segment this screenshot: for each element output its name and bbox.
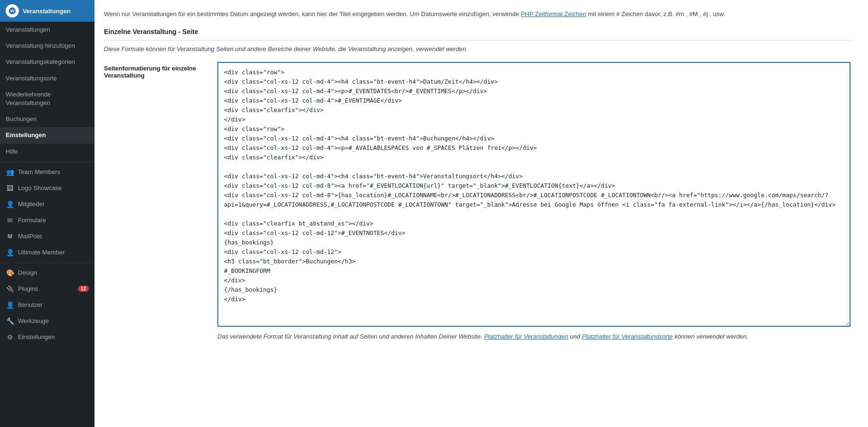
- sidebar-item-label: Plugins: [18, 285, 38, 292]
- mitglieder-icon: 👤: [6, 200, 14, 209]
- sidebar-item-werkzeuge[interactable]: 🔧 Werkzeuge: [0, 313, 95, 329]
- formulare-icon: ✉: [6, 216, 14, 225]
- team-members-icon: 👥: [6, 168, 14, 176]
- section-description: Diese Formate können für Veranstaltung S…: [104, 44, 851, 54]
- sidebar-item-label: Mitglieder: [18, 200, 44, 208]
- sidebar-item-hilfe[interactable]: Hilfe: [0, 144, 95, 160]
- einstellungen-icon: ⚙: [6, 333, 14, 341]
- sidebar-item-label: Einstellungen: [6, 131, 46, 139]
- section-title: Einzelne Veranstaltung - Seite: [104, 28, 851, 41]
- mailpoet-icon: M: [6, 232, 14, 241]
- sidebar-item-label: Team Members: [18, 168, 60, 175]
- sidebar-item-label: Formulare: [18, 217, 46, 224]
- sidebar-item-logo-showcase[interactable]: 🖼 Logo Showcase: [0, 180, 95, 196]
- sidebar-item-label: Veranstaltungen: [6, 26, 50, 34]
- sidebar-divider-2: [0, 262, 95, 263]
- plugins-icon: 🔌: [6, 285, 14, 293]
- sidebar-item-veranstaltungen[interactable]: Veranstaltungen: [0, 22, 95, 38]
- sidebar-item-mitglieder[interactable]: 👤 Mitglieder: [0, 196, 95, 212]
- sidebar-item-kategorien[interactable]: Veranstaltungskategorien: [0, 54, 95, 70]
- sidebar-item-team-members[interactable]: 👥 Team Members: [0, 164, 95, 180]
- sidebar-item-benutzer[interactable]: 👤 Benutzer: [0, 297, 95, 313]
- sidebar-item-label: Buchungen: [6, 115, 37, 123]
- sidebar-item-label: Logo Showcase: [18, 184, 62, 192]
- code-textarea[interactable]: [217, 62, 851, 327]
- sidebar-item-formulare[interactable]: ✉ Formulare: [0, 212, 95, 228]
- sidebar-item-label: Werkzeuge: [18, 317, 49, 324]
- sidebar-item-design[interactable]: 🎨 Design: [0, 265, 95, 281]
- placeholder-veranstaltungen-link[interactable]: Platzhalter für Veranstaltungen: [484, 333, 568, 340]
- placeholder-veranstaltungsorte-link[interactable]: Platzhalter für Veranstaltungsorte: [582, 333, 672, 340]
- sidebar-item-label: Wiederkehrende Veranstaltungen: [6, 90, 89, 107]
- sidebar-item-einstellungen2[interactable]: ⚙ Einstellungen: [0, 329, 95, 345]
- sidebar-item-hinzufuegen[interactable]: Veranstaltung hinzufügen: [0, 38, 95, 54]
- sidebar-item-label: Veranstaltungsorte: [6, 74, 57, 83]
- form-row: Seitenformatierung für einzelne Veransta…: [104, 62, 851, 341]
- sidebar-divider-1: [0, 162, 95, 162]
- wp-logo-icon: W: [6, 4, 19, 17]
- sidebar-item-label: Design: [18, 269, 37, 276]
- form-label: Seitenformatierung für einzelne Veransta…: [104, 62, 208, 79]
- sidebar-header: W Veranstaltungen: [0, 0, 95, 22]
- sidebar-item-einstellungen[interactable]: Einstellungen: [0, 127, 95, 143]
- top-note: Wenn nur Veranstaltungen für ein bestimm…: [104, 9, 851, 19]
- sidebar-item-buchungen[interactable]: Buchungen: [0, 111, 95, 127]
- sidebar-item-mailpoet[interactable]: M MailPoet: [0, 228, 95, 244]
- sidebar-item-ultimate-member[interactable]: 👤 Ultimate Member: [0, 244, 95, 261]
- design-icon: 🎨: [6, 269, 14, 277]
- sidebar: W Veranstaltungen Veranstaltungen Verans…: [0, 0, 95, 427]
- sidebar-nav: Veranstaltungen Veranstaltung hinzufügen…: [0, 22, 95, 160]
- benutzer-icon: 👤: [6, 301, 14, 309]
- sidebar-item-label: MailPoet: [18, 233, 42, 240]
- sidebar-item-label: Veranstaltung hinzufügen: [6, 42, 75, 50]
- sidebar-item-plugins[interactable]: 🔌 Plugins 12: [0, 281, 95, 297]
- sidebar-item-label: Einstellungen: [18, 333, 55, 340]
- sidebar-item-label: Veranstaltungskategorien: [6, 58, 75, 66]
- sidebar-item-wiederkehrende[interactable]: Wiederkehrende Veranstaltungen: [0, 87, 95, 111]
- sidebar-item-label: Benutzer: [18, 301, 43, 308]
- sidebar-item-label: Hilfe: [6, 148, 18, 156]
- main-content: Wenn nur Veranstaltungen für ein bestimm…: [95, 0, 868, 427]
- sidebar-item-orte[interactable]: Veranstaltungsorte: [0, 70, 95, 87]
- php-date-link[interactable]: PHP Zeitformat Zeichen: [521, 10, 586, 17]
- form-field: Das verwendete Format für Veranstaltung …: [217, 62, 851, 341]
- ultimate-member-icon: 👤: [6, 248, 14, 257]
- sidebar-item-label: Ultimate Member: [18, 249, 65, 256]
- svg-text:W: W: [10, 8, 15, 13]
- sidebar-title: Veranstaltungen: [23, 8, 70, 15]
- field-note: Das verwendete Format für Veranstaltung …: [217, 332, 851, 341]
- logo-showcase-icon: 🖼: [6, 184, 14, 192]
- plugins-badge: 12: [78, 286, 89, 292]
- werkzeuge-icon: 🔧: [6, 317, 14, 325]
